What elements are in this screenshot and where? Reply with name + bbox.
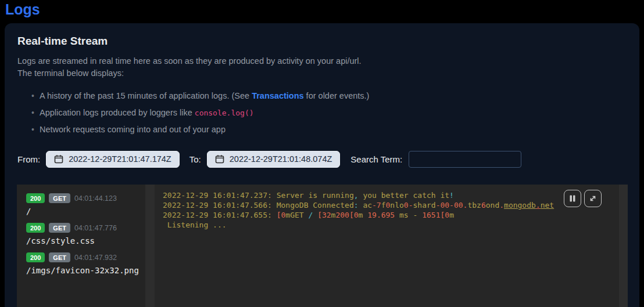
method-badge: GET [49,193,70,203]
info-bullet: Network requests coming into and out of … [17,125,627,135]
terminal-text-segment: , [354,191,359,200]
terminal-line: Listening ... [163,220,611,230]
request-entry-header: 200GET04:01:47.776 [26,223,139,233]
bullet-text: Network requests coming into and out of … [40,125,226,134]
calendar-icon [215,154,224,164]
terminal-text-segment: nlo [390,201,403,210]
terminal-output: 2022-12-29 16:01:47.237: Server is runni… [163,190,611,230]
panel-description-line1: Logs are streamed in real time here as s… [17,55,627,67]
info-list: A history of the past 15 minutes of appl… [17,91,627,135]
terminal-text-segment: shard [413,201,436,210]
request-path: /css/style.css [26,236,139,245]
terminal-text-segment [313,211,317,219]
expand-button[interactable] [584,190,602,207]
bullet-text: A history of the past 15 minutes of appl… [40,91,252,100]
status-badge: 200 [26,193,45,203]
method-badge: GET [49,223,70,233]
terminal-text-segment: [0 [349,211,359,219]
log-viewer: 200GET04:01:44.123/200GET04:01:47.776/cs… [17,185,628,307]
from-label: From: [17,154,40,164]
transactions-link[interactable]: Transactions [252,91,303,100]
info-bullet: Application logs produced by loggers lik… [17,108,627,118]
page-title: Logs [0,0,644,18]
to-date-value: 2022-12-29T21:01:48.074Z [230,154,332,164]
terminal-text-segment: GET [290,211,308,219]
info-bullet: A history of the past 15 minutes of appl… [17,91,627,101]
search-term-input[interactable] [409,151,521,168]
terminal-text-segment: m [359,211,368,219]
terminal-text-segment: : [354,201,359,210]
terminal-text-segment: Listening ... [163,221,227,229]
terminal-text-segment: [0 [440,211,449,219]
expand-icon [588,194,598,203]
from-date-value: 2022-12-29T21:01:47.174Z [69,154,171,164]
panel-heading: Real-time Stream [17,35,627,48]
terminal-line: 2022-12-29 16:01:47.655: [0mGET / [32m20… [163,210,611,220]
request-timestamp: 04:01:44.123 [74,194,117,203]
request-entry[interactable]: 200GET04:01:44.123/ [26,193,139,216]
terminal-text-segment: 0 [404,201,409,210]
from-date-input[interactable]: 2022-12-29T21:01:47.174Z [46,151,180,168]
terminal-text-segment: 2022-12-29 16:01:47.655: [163,211,277,219]
terminal-text-segment: m [285,211,290,219]
terminal-text-segment: 6 [481,201,486,210]
terminal-text-segment: net [541,201,554,210]
terminal-text-segment: tbz [467,201,481,210]
calendar-icon [54,154,63,164]
terminal-text-segment: [0 [277,211,286,219]
terminal-text-segment: m [449,211,454,219]
to-label: To: [189,154,201,164]
terminal-text-segment: [32 [317,211,331,219]
request-list: 200GET04:01:44.123/200GET04:01:47.776/cs… [17,185,145,307]
search-term-label: Search Term: [350,154,402,164]
request-list-scrollbar[interactable] [145,185,155,307]
status-badge: 200 [26,252,45,262]
terminal-text-segment: mongodb [504,201,536,210]
panel-description-line2: The terminal below displays: [17,67,627,80]
terminal-text-segment: . [499,201,504,210]
terminal-line: 2022-12-29 16:01:47.566: MongoDB Connect… [163,200,611,210]
request-path: /imgs/favicon-32x32.png [26,266,139,275]
terminal-text-segment: you better catch it [359,191,450,200]
terminal-text-segment: 19.695 [367,211,395,219]
terminal-text-segment: - [409,201,413,210]
request-timestamp: 04:01:47.932 [74,254,117,262]
terminal-line: 2022-12-29 16:01:47.237: Server is runni… [163,190,611,200]
request-entry-header: 200GET04:01:44.123 [26,193,139,203]
code-snippet: console.log() [195,109,254,117]
realtime-stream-panel: Real-time Stream Logs are streamed in re… [5,23,639,307]
pause-button[interactable] [564,190,581,207]
terminal: 2022-12-29 16:01:47.237: Server is runni… [155,185,619,307]
method-badge: GET [49,252,70,262]
terminal-scrollbar[interactable] [619,185,628,307]
terminal-text-segment: -7 [372,201,381,210]
terminal-text-segment: 1651 [422,211,440,219]
bullet-text: Application logs produced by loggers lik… [40,108,195,117]
request-entry[interactable]: 200GET04:01:47.776/css/style.css [26,223,139,245]
terminal-text-segment: 200 [335,211,349,219]
terminal-text-segment: . [536,201,541,210]
filter-bar: From: 2022-12-29T21:01:47.174Z To: [17,150,627,168]
terminal-text-segment: ! [449,191,454,200]
pause-icon [568,194,577,203]
status-badge: 200 [26,223,45,233]
terminal-text-segment: ond [486,201,499,210]
terminal-text-segment: ac [359,201,372,210]
terminal-text-segment: 2022-12-29 16:01:47.566: MongoDB Connect… [163,201,354,210]
request-path: / [26,207,139,216]
terminal-text-segment: ms - [395,211,422,219]
terminal-controls [564,190,602,207]
terminal-text-segment: 2022-12-29 16:01:47.237: Server is runni… [163,191,354,200]
request-entry-header: 200GET04:01:47.932 [26,252,139,262]
request-entry[interactable]: 200GET04:01:47.932/imgs/favicon-32x32.pn… [26,252,139,275]
bullet-text: for older events.) [304,91,370,100]
terminal-text-segment: f [381,201,386,210]
request-timestamp: 04:01:47.776 [74,224,117,232]
terminal-text-segment: -00-00. [436,201,468,210]
to-date-input[interactable]: 2022-12-29T21:01:48.074Z [207,151,341,168]
